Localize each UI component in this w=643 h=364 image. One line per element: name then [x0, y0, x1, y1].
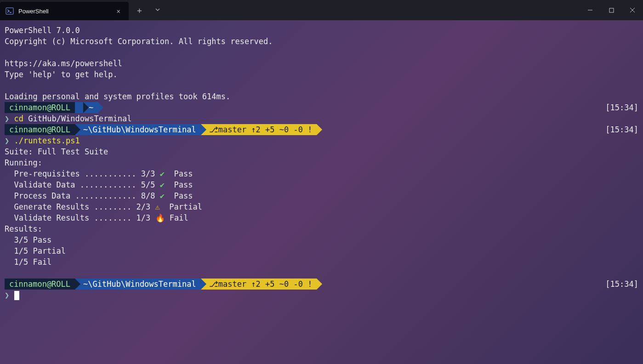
prompt-line: cinnamon@ROLL ~\GitHub\WindowsTerminal ⎇… [5, 279, 643, 290]
prompt-user-segment: cinnamon@ROLL [5, 279, 75, 290]
output-line: 1/5 Partial [5, 245, 643, 256]
banner-line: Loading personal and system profiles too… [5, 91, 643, 102]
arrow-icon [75, 124, 80, 135]
test-label: Generate Results ........ 2/3 [5, 202, 150, 211]
svg-rect-3 [609, 8, 614, 12]
prompt-line: cinnamon@ROLL ~\GitHub\WindowsTerminal ⎇… [5, 124, 643, 135]
banner-blank [5, 47, 643, 58]
prompt-git-text: master ↑2 +5 ~0 -0 ! [218, 279, 313, 290]
output-line: Running: [5, 157, 643, 168]
cursor-icon [14, 291, 19, 300]
test-row: Pre-requisites ........... 3/3 ✔ Pass [5, 168, 643, 179]
tabs-region: PowerShell ✕ + [0, 0, 165, 20]
prompt-path-text: ~\GitHub\WindowsTerminal [83, 279, 196, 290]
check-icon: ✔ [160, 180, 165, 189]
prompt-time: [15:34] [605, 102, 638, 113]
output-line: 3/5 Pass [5, 234, 643, 245]
close-window-button[interactable] [622, 0, 643, 20]
tab-title: PowerShell [18, 8, 109, 15]
maximize-button[interactable] [601, 0, 622, 20]
powershell-icon [6, 7, 14, 15]
banner-line: Copyright (c) Microsoft Corporation. All… [5, 36, 643, 47]
check-icon: ✔ [160, 191, 165, 200]
prompt-user-segment: cinnamon@ROLL [5, 124, 75, 135]
banner-blank [5, 80, 643, 91]
test-row: Generate Results ........ 2/3 ⚠ Partial [5, 201, 643, 212]
window-controls [580, 0, 643, 20]
prompt-line: cinnamon@ROLL ~ [15:34] [5, 102, 643, 113]
test-label: Pre-requisites ........... 3/3 [5, 169, 155, 178]
tab-close-button[interactable]: ✕ [114, 6, 123, 17]
command-input-line[interactable]: ❯ [5, 290, 643, 301]
arrow-icon [75, 279, 80, 290]
titlebar: PowerShell ✕ + [0, 0, 643, 20]
test-row: Process Data ............. 8/8 ✔ Pass [5, 190, 643, 201]
banner-line: Type 'help' to get help. [5, 69, 643, 80]
test-label: Validate Data ............ 5/5 [5, 180, 155, 189]
git-branch-icon: ⎇ [209, 124, 218, 135]
test-status: Fail [170, 213, 188, 222]
test-status: Pass [174, 180, 193, 189]
arrow-icon [201, 279, 206, 290]
prompt-path-segment: ~\GitHub\WindowsTerminal [75, 124, 201, 135]
test-label: Process Data ............. 8/8 [5, 191, 155, 200]
test-row: Validate Data ............ 5/5 ✔ Pass [5, 179, 643, 190]
banner-line: https://aka.ms/powershell [5, 58, 643, 69]
prompt-git-text: master ↑2 +5 ~0 -0 ! [218, 124, 313, 135]
arrow-icon [317, 279, 322, 290]
fire-icon: 🔥 [155, 213, 165, 222]
prompt-git-segment: ⎇ master ↑2 +5 ~0 -0 ! [201, 124, 317, 135]
test-row: Validate Results ........ 1/3 🔥 Fail [5, 212, 643, 223]
prompt-caret-icon: ❯ [5, 114, 9, 123]
tab-dropdown-button[interactable] [150, 7, 165, 14]
tab-powershell[interactable]: PowerShell ✕ [0, 2, 129, 20]
cmd-text: ./runtests.ps1 [14, 136, 80, 145]
prompt-path-text: ~ [89, 102, 93, 113]
output-line: Results: [5, 223, 643, 234]
arrow-icon [317, 124, 322, 135]
arrow-icon [83, 102, 89, 113]
test-status: Partial [169, 202, 202, 211]
terminal-pane[interactable]: PowerShell 7.0.0 Copyright (c) Microsoft… [0, 20, 643, 364]
command-line: ❯ ./runtests.ps1 [5, 135, 643, 146]
prompt-caret-icon: ❯ [5, 290, 9, 300]
check-icon: ✔ [160, 169, 165, 178]
prompt-git-segment: ⎇ master ↑2 +5 ~0 -0 ! [201, 279, 317, 290]
output-line: 1/5 Fail [5, 256, 643, 267]
minimize-button[interactable] [580, 0, 601, 20]
test-label: Validate Results ........ 1/3 [5, 213, 150, 222]
warning-icon: ⚠ [155, 202, 160, 211]
prompt-path-segment: ~ [75, 102, 98, 113]
output-blank [5, 267, 643, 279]
prompt-user-segment: cinnamon@ROLL [5, 102, 75, 113]
git-branch-icon: ⎇ [209, 279, 218, 290]
test-status: Pass [174, 191, 193, 200]
arrow-icon [201, 124, 206, 135]
cmd-name: cd [14, 114, 23, 123]
command-line: ❯ cd GitHub/WindowsTerminal [5, 113, 643, 124]
arrow-icon [98, 102, 103, 113]
output-line: Suite: Full Test Suite [5, 146, 643, 157]
prompt-time: [15:34] [605, 279, 638, 290]
prompt-caret-icon: ❯ [5, 136, 9, 145]
prompt-path-text: ~\GitHub\WindowsTerminal [83, 124, 196, 135]
cmd-arg: GitHub/WindowsTerminal [28, 114, 131, 123]
prompt-time: [15:34] [605, 124, 638, 135]
test-status: Pass [174, 169, 193, 178]
prompt-path-segment: ~\GitHub\WindowsTerminal [75, 279, 201, 290]
new-tab-button[interactable]: + [129, 6, 150, 15]
banner-line: PowerShell 7.0.0 [5, 25, 643, 36]
